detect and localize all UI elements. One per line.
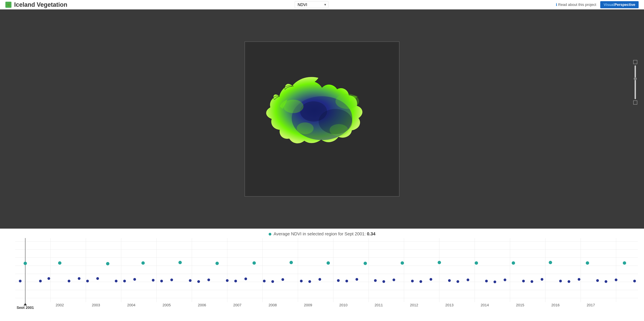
read-about-text: Read about this project bbox=[558, 3, 596, 7]
read-about-link[interactable]: ℹ Read about this project bbox=[556, 3, 596, 7]
svg-point-97 bbox=[578, 278, 580, 281]
svg-point-65 bbox=[282, 278, 284, 281]
svg-point-76 bbox=[382, 280, 385, 283]
svg-point-78 bbox=[400, 261, 404, 265]
svg-point-55 bbox=[189, 279, 192, 282]
svg-point-69 bbox=[318, 278, 321, 281]
scroll-thumb[interactable] bbox=[634, 77, 637, 80]
svg-point-52 bbox=[160, 280, 163, 282]
svg-point-47 bbox=[115, 280, 118, 282]
svg-text:2004: 2004 bbox=[127, 303, 136, 307]
svg-point-58 bbox=[216, 262, 219, 265]
scroll-down-button[interactable] bbox=[633, 100, 637, 104]
chart-subtitle: Average NDVI in selected region for Sept… bbox=[0, 229, 644, 238]
svg-point-51 bbox=[152, 279, 154, 281]
svg-text:2011: 2011 bbox=[375, 303, 383, 307]
app-header: 🌿 Iceland Vegetation NDVI ▼ ℹ Read about… bbox=[0, 0, 644, 10]
svg-point-80 bbox=[420, 280, 422, 283]
scroll-up-button[interactable] bbox=[633, 60, 637, 64]
svg-text:2017: 2017 bbox=[587, 303, 595, 307]
brand-perspective: Perspective bbox=[614, 3, 635, 7]
svg-point-45 bbox=[96, 277, 99, 280]
ndvi-dropdown-wrapper[interactable]: NDVI ▼ bbox=[295, 1, 328, 8]
svg-point-72 bbox=[346, 280, 348, 282]
svg-point-50 bbox=[142, 261, 145, 265]
ndvi-dropdown[interactable]: NDVI bbox=[295, 1, 328, 8]
scrollbar bbox=[633, 60, 637, 104]
map-area bbox=[0, 10, 644, 229]
chart-area: Average NDVI in selected region for Sept… bbox=[0, 229, 644, 321]
map-frame[interactable] bbox=[244, 42, 400, 197]
svg-point-60 bbox=[234, 280, 237, 282]
svg-point-39 bbox=[39, 280, 42, 282]
svg-text:2005: 2005 bbox=[162, 303, 171, 307]
svg-point-49 bbox=[133, 278, 136, 281]
header-left: 🌿 Iceland Vegetation bbox=[6, 1, 67, 8]
svg-point-42 bbox=[68, 280, 70, 282]
svg-point-61 bbox=[244, 277, 247, 280]
svg-point-64 bbox=[271, 280, 274, 283]
svg-point-85 bbox=[466, 278, 469, 281]
svg-point-94 bbox=[549, 261, 552, 264]
svg-point-74 bbox=[364, 262, 367, 265]
svg-point-96 bbox=[568, 280, 570, 283]
svg-text:2009: 2009 bbox=[304, 303, 312, 307]
app-title: Iceland Vegetation bbox=[14, 1, 67, 8]
svg-point-70 bbox=[326, 261, 330, 265]
svg-point-66 bbox=[290, 261, 293, 264]
svg-text:2014: 2014 bbox=[481, 303, 489, 307]
data-point[interactable] bbox=[24, 262, 27, 265]
svg-point-99 bbox=[596, 279, 599, 282]
svg-point-75 bbox=[374, 279, 377, 282]
svg-text:2015: 2015 bbox=[516, 303, 524, 307]
svg-point-100 bbox=[604, 280, 607, 283]
svg-text:2008: 2008 bbox=[269, 303, 277, 307]
svg-point-82 bbox=[438, 261, 441, 264]
app-icon: 🌿 bbox=[6, 2, 12, 8]
svg-text:🌿: 🌿 bbox=[7, 4, 10, 7]
svg-point-88 bbox=[494, 280, 496, 283]
svg-text:2013: 2013 bbox=[446, 303, 454, 307]
svg-point-57 bbox=[207, 278, 210, 281]
svg-point-54 bbox=[178, 261, 182, 264]
svg-point-41 bbox=[58, 261, 62, 265]
svg-point-95 bbox=[559, 280, 562, 282]
svg-point-62 bbox=[252, 261, 256, 265]
svg-point-53 bbox=[170, 278, 173, 281]
svg-point-102 bbox=[623, 261, 626, 265]
svg-point-59 bbox=[226, 279, 228, 282]
svg-point-81 bbox=[430, 278, 432, 281]
svg-point-87 bbox=[485, 280, 488, 282]
svg-text:Sept 2001: Sept 2001 bbox=[17, 305, 34, 309]
svg-point-56 bbox=[197, 280, 200, 283]
svg-text:2002: 2002 bbox=[56, 303, 64, 307]
svg-point-83 bbox=[448, 279, 451, 282]
chart-subtitle-value: 0.34 bbox=[367, 231, 376, 236]
svg-point-90 bbox=[512, 261, 515, 265]
svg-point-86 bbox=[475, 261, 478, 265]
data-point[interactable] bbox=[19, 280, 22, 282]
ndvi-dot bbox=[269, 233, 271, 236]
svg-text:2003: 2003 bbox=[92, 303, 100, 307]
svg-point-92 bbox=[530, 280, 533, 283]
svg-point-40 bbox=[48, 277, 50, 280]
header-right: ℹ Read about this project VisualPerspect… bbox=[556, 1, 638, 8]
svg-point-68 bbox=[308, 280, 311, 283]
svg-point-63 bbox=[263, 280, 266, 282]
svg-text:2010: 2010 bbox=[339, 303, 348, 307]
svg-point-84 bbox=[456, 280, 459, 283]
iceland-svg[interactable] bbox=[255, 60, 389, 178]
svg-text:2007: 2007 bbox=[233, 303, 242, 307]
svg-point-93 bbox=[541, 278, 543, 281]
svg-point-43 bbox=[78, 277, 80, 280]
svg-point-44 bbox=[86, 280, 89, 282]
svg-point-48 bbox=[123, 280, 126, 282]
svg-point-46 bbox=[106, 262, 110, 265]
svg-point-79 bbox=[411, 280, 414, 282]
svg-point-77 bbox=[392, 278, 395, 281]
svg-point-91 bbox=[522, 280, 525, 282]
svg-point-67 bbox=[300, 280, 303, 282]
brand-button[interactable]: VisualPerspective bbox=[600, 1, 638, 8]
chart-plot[interactable]: 2002 2003 2004 2005 2006 2007 2008 2009 … bbox=[15, 238, 638, 309]
svg-marker-120 bbox=[24, 303, 27, 305]
